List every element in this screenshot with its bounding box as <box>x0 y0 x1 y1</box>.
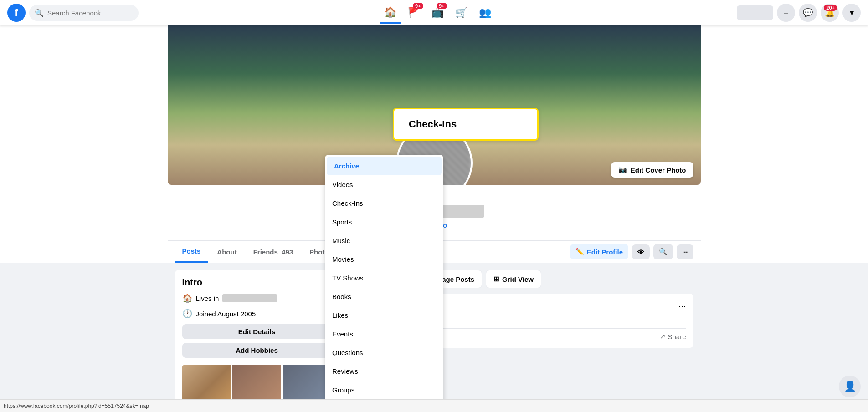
facebook-logo[interactable]: f <box>7 4 26 22</box>
notifications-button[interactable]: 🔔 20+ <box>821 4 839 22</box>
dropdown-item-likes[interactable]: Likes <box>325 306 443 325</box>
add-button[interactable]: ＋ <box>777 4 795 22</box>
joined-item: 🕐 Joined August 2005 <box>182 309 332 319</box>
checkins-tooltip: Check-Ins <box>393 108 539 141</box>
top-navigation: f 🔍 🏠 🚩 9+ 📺 9+ 🛒 👥 ＋ 💬 🔔 20+ ▾ <box>0 0 868 25</box>
nav-right: ＋ 💬 🔔 20+ ▾ <box>737 4 861 22</box>
search-icon: 🔍 <box>35 9 44 17</box>
messenger-button[interactable]: 💬 <box>799 4 817 22</box>
search-input[interactable] <box>47 9 133 17</box>
lives-in-city-blurred <box>222 294 277 302</box>
dropdown-item-check-ins[interactable]: Check-Ins <box>325 194 443 213</box>
dropdown-item-videos[interactable]: Videos <box>325 175 443 194</box>
checkins-tooltip-label: Check-Ins <box>409 118 457 130</box>
tab-friends-label: Friends <box>253 248 278 256</box>
home-icon: 🏠 <box>182 293 192 303</box>
more-options-button[interactable]: ··· <box>677 244 693 259</box>
ellipsis-icon: ··· <box>682 248 688 256</box>
view-as-button[interactable]: 👁 <box>632 244 650 259</box>
account-name-area <box>737 5 773 20</box>
search-bar[interactable]: 🔍 <box>29 5 139 21</box>
nav-center: 🏠 🚩 9+ 📺 9+ 🛒 👥 <box>380 2 496 24</box>
notifications-badge: 20+ <box>824 5 837 11</box>
lives-in-label: Lives in <box>196 295 219 302</box>
home-nav-button[interactable]: 🏠 <box>380 2 401 24</box>
status-bar: https://www.facebook.com/profile.php?id=… <box>0 399 868 412</box>
groups-nav-button[interactable]: 👥 <box>474 2 496 24</box>
tab-about[interactable]: About <box>210 242 244 262</box>
share-label: Share <box>668 333 686 341</box>
edit-details-button[interactable]: Edit Details <box>182 324 332 339</box>
marketplace-nav-button[interactable]: 🛒 <box>451 2 473 24</box>
lives-in-item: 🏠 Lives in <box>182 293 332 303</box>
left-column: Intro 🏠 Lives in 🕐 Joined August 2005 Ed… <box>175 270 339 412</box>
edit-profile-button[interactable]: ✏️ Edit Profile <box>570 244 628 259</box>
edit-cover-label: Edit Cover Photo <box>631 166 686 174</box>
post-more-button[interactable]: ··· <box>678 301 686 311</box>
nav-left: f 🔍 <box>7 4 139 22</box>
add-hobbies-button[interactable]: Add Hobbies <box>182 343 332 358</box>
dropdown-item-movies[interactable]: Movies <box>325 250 443 269</box>
share-button[interactable]: ↗ Share <box>660 332 686 341</box>
video-badge: 9+ <box>437 3 447 9</box>
tab-friends-count: 493 <box>282 248 293 256</box>
search-profile-icon: 🔍 <box>659 248 668 256</box>
camera-icon: 📷 <box>618 166 627 174</box>
dropdown-item-music[interactable]: Music <box>325 231 443 250</box>
flag-badge: 9+ <box>413 3 423 9</box>
people-icon-bottom[interactable]: 👤 <box>839 376 861 397</box>
edit-cover-photo-button[interactable]: 📷 Edit Cover Photo <box>611 162 693 178</box>
intro-title: Intro <box>182 277 332 288</box>
dropdown-item-reviews[interactable]: Reviews <box>325 362 443 381</box>
account-menu-button[interactable]: ▾ <box>842 4 861 22</box>
dropdown-item-tv-shows[interactable]: TV Shows <box>325 269 443 287</box>
eye-icon: 👁 <box>637 248 644 256</box>
share-icon: ↗ <box>660 332 666 341</box>
tab-actions: ✏️ Edit Profile 👁 🔍 ··· <box>570 244 693 259</box>
dropdown-item-archive[interactable]: Archive <box>327 157 442 175</box>
grid-view-label: Grid View <box>502 275 534 283</box>
grid-icon: ⊞ <box>493 275 499 283</box>
edit-profile-label: Edit Profile <box>587 248 623 256</box>
search-profile-button[interactable]: 🔍 <box>653 244 673 259</box>
intro-card: Intro 🏠 Lives in 🕐 Joined August 2005 Ed… <box>175 270 339 412</box>
dropdown-item-groups[interactable]: Groups <box>325 381 443 399</box>
dropdown-item-sports[interactable]: Sports <box>325 213 443 231</box>
pencil-icon: ✏️ <box>575 248 584 256</box>
dropdown-item-books[interactable]: Books <box>325 287 443 306</box>
flag-nav-button[interactable]: 🚩 9+ <box>403 2 425 24</box>
dropdown-item-questions[interactable]: Questions <box>325 343 443 362</box>
dropdown-item-events[interactable]: Events <box>325 325 443 343</box>
more-dropdown-menu: Archive Videos Check-Ins Sports Music Mo… <box>325 155 443 412</box>
tab-friends[interactable]: Friends 493 <box>246 242 300 262</box>
tab-posts[interactable]: Posts <box>175 241 208 263</box>
clock-icon: 🕐 <box>182 309 192 319</box>
joined-label: Joined August 2005 <box>196 310 256 318</box>
video-nav-button[interactable]: 📺 9+ <box>427 2 449 24</box>
status-url: https://www.facebook.com/profile.php?id=… <box>4 403 149 409</box>
grid-view-button[interactable]: ⊞ Grid View <box>486 270 541 288</box>
